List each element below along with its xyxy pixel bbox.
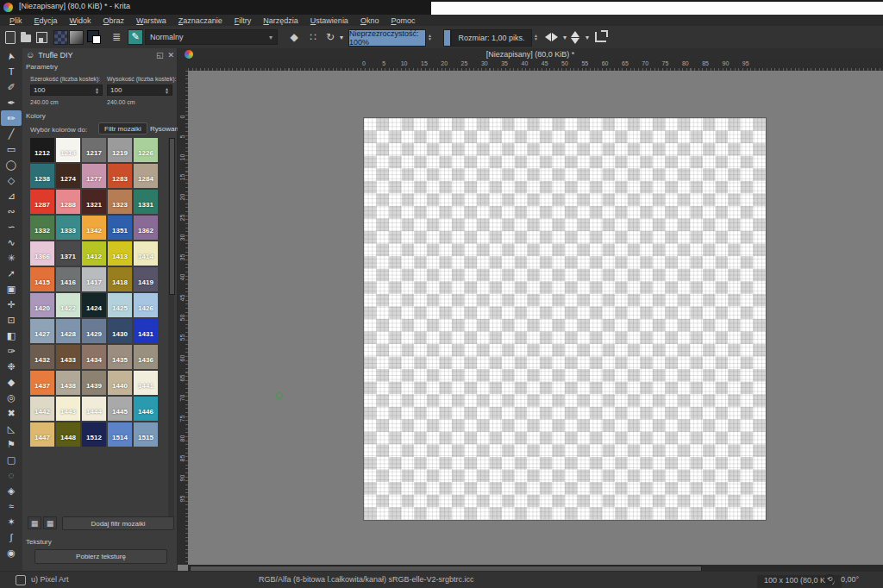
swatch-1436[interactable]: 1436 bbox=[134, 345, 158, 369]
swatch-1217[interactable]: 1217 bbox=[82, 138, 106, 162]
freehand-path-tool[interactable]: ∽ bbox=[1, 219, 22, 235]
horizontal-scrollbar[interactable] bbox=[188, 565, 883, 571]
mirror-vertical-options[interactable]: ▾ bbox=[560, 29, 569, 45]
canvas-rotation-icon[interactable]: ⟲ bbox=[824, 574, 835, 585]
reload-options-dropdown[interactable]: ▾ bbox=[337, 29, 346, 45]
close-docker-icon[interactable]: ✕ bbox=[167, 51, 174, 59]
swatch-1445[interactable]: 1445 bbox=[108, 397, 132, 421]
swatch-1288[interactable]: 1288 bbox=[56, 190, 80, 214]
swatch-1351[interactable]: 1351 bbox=[108, 216, 132, 240]
swatch-1430[interactable]: 1430 bbox=[108, 319, 132, 343]
menu-pomoc[interactable]: Pomoc bbox=[385, 16, 421, 25]
new-document-button[interactable] bbox=[5, 29, 16, 45]
polygon-tool[interactable]: ◇ bbox=[1, 172, 22, 188]
swatch-1447[interactable]: 1447 bbox=[30, 422, 54, 447]
swatch-1238[interactable]: 1238 bbox=[30, 164, 54, 188]
menu-okno[interactable]: Okno bbox=[354, 16, 385, 25]
menu-edycja[interactable]: Edycja bbox=[28, 16, 64, 25]
rectangular-selection-tool[interactable]: ▢ bbox=[1, 452, 22, 467]
canvas-transparency-checkerboard[interactable] bbox=[364, 118, 766, 520]
swatch-1212[interactable]: 1212 bbox=[30, 138, 54, 162]
swatch-1342[interactable]: 1342 bbox=[82, 216, 106, 240]
spinner-icon[interactable]: ▲▼ bbox=[165, 87, 169, 94]
swatch-1444[interactable]: 1444 bbox=[82, 397, 106, 421]
enclose-fill-tool[interactable]: ◎ bbox=[1, 390, 22, 405]
edit-brush-settings-button[interactable]: ≣ bbox=[109, 29, 124, 45]
save-document-button[interactable] bbox=[36, 29, 47, 45]
swatch-1429[interactable]: 1429 bbox=[82, 319, 106, 343]
blending-mode-dropdown[interactable]: Normalny ▾ bbox=[145, 29, 278, 45]
measure-tool[interactable]: ◺ bbox=[1, 421, 22, 436]
swatch-1287[interactable]: 1287 bbox=[30, 190, 54, 214]
canvas-viewport[interactable] bbox=[188, 71, 883, 565]
preserve-alpha-button[interactable]: ∷ bbox=[305, 29, 321, 45]
swatch-1441[interactable]: 1441 bbox=[134, 371, 158, 395]
swatch-1362[interactable]: 1362 bbox=[134, 216, 158, 240]
swatch-1433[interactable]: 1433 bbox=[56, 345, 80, 369]
swatch-1428[interactable]: 1428 bbox=[56, 319, 80, 343]
docker-header[interactable]: ☺ Trufle DIY ◱ ✕ bbox=[22, 48, 178, 61]
elliptical-selection-tool[interactable]: ◌ bbox=[1, 467, 22, 483]
crop-tool[interactable]: ⊡ bbox=[1, 312, 22, 328]
menu-obraz[interactable]: Obraz bbox=[97, 16, 131, 25]
swatch-1425[interactable]: 1425 bbox=[108, 293, 132, 317]
grid-view-button-2[interactable]: ▦ bbox=[43, 516, 57, 529]
swatch-1422[interactable]: 1422 bbox=[56, 293, 80, 317]
reference-images-tool[interactable]: ⚑ bbox=[1, 436, 22, 452]
swatch-1415[interactable]: 1415 bbox=[30, 267, 54, 291]
eraser-mode-button[interactable]: ◆ bbox=[286, 29, 302, 45]
swatch-1419[interactable]: 1419 bbox=[134, 267, 158, 291]
document-subwindow-bar[interactable]: [Niezapisany] (80,0 KiB) * bbox=[178, 48, 883, 60]
mirror-horizontal-button[interactable] bbox=[571, 29, 579, 45]
swatch-1424[interactable]: 1424 bbox=[82, 293, 106, 317]
multibrush-tool[interactable]: ✳ bbox=[1, 250, 22, 266]
reload-preset-button[interactable]: ↻ bbox=[323, 29, 338, 45]
swatch-1426[interactable]: 1426 bbox=[134, 293, 158, 317]
swatch-1226[interactable]: 1226 bbox=[134, 138, 158, 162]
swatch-1512[interactable]: 1512 bbox=[82, 422, 106, 447]
swatch-1371[interactable]: 1371 bbox=[56, 241, 80, 266]
select-shapes-tool[interactable]: ➤ bbox=[1, 48, 22, 64]
swatch-1420[interactable]: 1420 bbox=[30, 293, 54, 317]
open-document-button[interactable] bbox=[21, 29, 31, 45]
float-docker-icon[interactable]: ◱ bbox=[156, 51, 164, 59]
menu-filtry[interactable]: Filtry bbox=[229, 16, 258, 25]
menu-warstwa[interactable]: Warstwa bbox=[130, 16, 172, 25]
color-sampler-tool[interactable]: ✑ bbox=[1, 343, 22, 359]
swatch-1283[interactable]: 1283 bbox=[108, 164, 132, 188]
menu-widok[interactable]: Widok bbox=[64, 16, 97, 25]
swatch-1448[interactable]: 1448 bbox=[56, 422, 80, 447]
rectangle-tool[interactable]: ▭ bbox=[1, 141, 22, 157]
filter-mosaic-toggle[interactable]: Filtr mozaiki bbox=[98, 122, 147, 134]
swatch-1514[interactable]: 1514 bbox=[108, 422, 132, 447]
smart-patch-tool[interactable]: ❉ bbox=[1, 359, 22, 374]
swatch-1435[interactable]: 1435 bbox=[108, 345, 132, 369]
swatch-1417[interactable]: 1417 bbox=[82, 267, 106, 291]
swatch-1333[interactable]: 1333 bbox=[56, 216, 80, 240]
wrap-around-mode-button[interactable] bbox=[595, 29, 606, 45]
scrollbar-thumb[interactable] bbox=[169, 138, 175, 295]
swatch-1413[interactable]: 1413 bbox=[108, 241, 132, 266]
menu-narzędzia[interactable]: Narzędzia bbox=[257, 16, 304, 25]
zoom-tool[interactable]: ◉ bbox=[1, 545, 22, 560]
swatch-1438[interactable]: 1438 bbox=[56, 371, 80, 395]
get-texture-button[interactable]: Pobierz teksturę bbox=[34, 549, 167, 564]
swatch-1432[interactable]: 1432 bbox=[30, 345, 54, 369]
transform-tool[interactable]: ➚ bbox=[1, 266, 22, 281]
swatch-1332[interactable]: 1332 bbox=[30, 216, 54, 240]
swatch-1412[interactable]: 1412 bbox=[82, 241, 106, 266]
ellipse-tool[interactable]: ◯ bbox=[1, 157, 22, 172]
docker-scrollbar[interactable]: ▾ bbox=[168, 138, 174, 517]
edit-shapes-tool[interactable]: ✐ bbox=[1, 79, 22, 95]
swatch-1434[interactable]: 1434 bbox=[82, 345, 106, 369]
polyline-tool[interactable]: ⊿ bbox=[1, 188, 22, 203]
size-spin-buttons[interactable]: ▲▼ bbox=[532, 29, 538, 45]
gradient-tool[interactable]: ◧ bbox=[1, 328, 22, 343]
brush-size-slider[interactable]: Rozmiar: 1,00 piks. bbox=[451, 29, 532, 47]
bezier-curve-tool[interactable]: ∾ bbox=[1, 203, 22, 219]
swatch-1442[interactable]: 1442 bbox=[30, 397, 54, 421]
swatch-1277[interactable]: 1277 bbox=[82, 164, 106, 188]
text-tool[interactable]: T bbox=[1, 64, 22, 79]
swatch-1443[interactable]: 1443 bbox=[56, 397, 80, 421]
add-mosaic-filter-button[interactable]: Dodaj filtr mozaiki bbox=[62, 516, 174, 530]
